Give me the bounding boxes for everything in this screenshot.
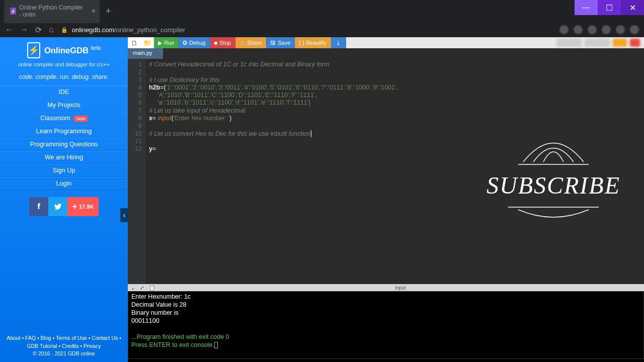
browser-tab[interactable]: ⚡ Online Python Compiler - onlin × bbox=[4, 0, 100, 23]
logo-icon: ⚡ bbox=[27, 42, 40, 58]
toolbar: 🗋 📁 ▶ Run ✪ Debug ■ Stop ⛬ Share 🖫 Save … bbox=[128, 37, 644, 48]
sidebar-item-questions[interactable]: Programming Questions bbox=[0, 138, 128, 151]
file-tab[interactable]: main.py bbox=[128, 48, 163, 59]
download-button[interactable]: ⭳ bbox=[331, 37, 346, 48]
console-output[interactable]: Enter Hexnumber: 1c Decimal Value is 28 … bbox=[128, 291, 644, 359]
console-copy-icon[interactable]: 📋 bbox=[149, 285, 155, 291]
extension-icons bbox=[559, 25, 639, 34]
console-expand-icon[interactable]: ⤢ bbox=[140, 285, 144, 291]
share-button[interactable]: ⛬ Share bbox=[235, 37, 266, 48]
open-file-button[interactable]: 📁 bbox=[141, 37, 154, 48]
logo-text: OnlineGDB beta bbox=[44, 45, 101, 55]
save-button[interactable]: 🖫 Save bbox=[266, 37, 295, 48]
stop-button[interactable]: ■ Stop bbox=[210, 37, 235, 48]
sidebar: ⚡ OnlineGDB beta online compiler and deb… bbox=[0, 37, 128, 362]
twitter-button[interactable] bbox=[48, 197, 67, 216]
facebook-button[interactable]: f bbox=[29, 197, 48, 216]
home-button[interactable]: ⌂ bbox=[49, 25, 54, 34]
new-badge: new bbox=[74, 116, 88, 122]
address-bar[interactable]: 🔒 onlinegdb.com/online_python_compiler bbox=[61, 24, 186, 36]
new-file-button[interactable]: 🗋 bbox=[128, 37, 141, 48]
sidebar-item-projects[interactable]: My Projects bbox=[0, 99, 128, 112]
sidebar-item-classroom[interactable]: Classroom new bbox=[0, 112, 128, 125]
code-content[interactable]: # Convert Hexadecimal of 1C or 1c into D… bbox=[146, 59, 401, 284]
window-close-button[interactable]: ✕ bbox=[621, 0, 644, 15]
console-toggle-icon[interactable]: ⌄ bbox=[131, 285, 135, 291]
subscribe-overlay: SUBSCRIBE bbox=[478, 134, 629, 227]
share-count-button[interactable]: + 17.9K bbox=[67, 197, 99, 216]
window-minimize-button[interactable]: — bbox=[575, 0, 598, 15]
logo-subtitle: online compiler and debugger for c/c++ bbox=[3, 61, 125, 67]
back-button[interactable]: ← bbox=[5, 25, 13, 34]
console-label: input bbox=[395, 285, 406, 291]
close-tab-icon[interactable]: × bbox=[92, 7, 96, 15]
reload-button[interactable]: ⟳ bbox=[35, 25, 42, 35]
collapse-sidebar-button[interactable]: ‹ bbox=[120, 208, 128, 222]
sidebar-item-signup[interactable]: Sign Up bbox=[0, 164, 128, 177]
beautify-button[interactable]: { } Beautify bbox=[295, 37, 331, 48]
line-gutter: 123456789101112 bbox=[128, 59, 146, 284]
lock-icon: 🔒 bbox=[61, 27, 68, 33]
sidebar-item-learn[interactable]: Learn Programming bbox=[0, 125, 128, 138]
code-editor[interactable]: 123456789101112 # Convert Hexadecimal of… bbox=[128, 59, 644, 284]
run-button[interactable]: ▶ Run bbox=[154, 37, 179, 48]
footer-links[interactable]: About • FAQ • Blog • Terms of Use • Cont… bbox=[0, 331, 128, 362]
sidebar-item-login[interactable]: Login bbox=[0, 177, 128, 190]
forward-button[interactable]: → bbox=[20, 25, 28, 34]
window-maximize-button[interactable]: ☐ bbox=[598, 0, 621, 15]
console-header: ⌄ ⤢ 📋 input bbox=[128, 284, 644, 291]
tab-favicon: ⚡ bbox=[10, 8, 16, 15]
debug-button[interactable]: ✪ Debug bbox=[179, 37, 210, 48]
tab-title: Online Python Compiler - onlin bbox=[19, 4, 85, 18]
sidebar-item-ide[interactable]: IDE bbox=[0, 85, 128, 99]
tagline: code. compile. run. debug. share. bbox=[0, 70, 128, 85]
new-tab-button[interactable]: + bbox=[106, 6, 111, 17]
sidebar-item-hiring[interactable]: We are Hiring bbox=[0, 151, 128, 164]
